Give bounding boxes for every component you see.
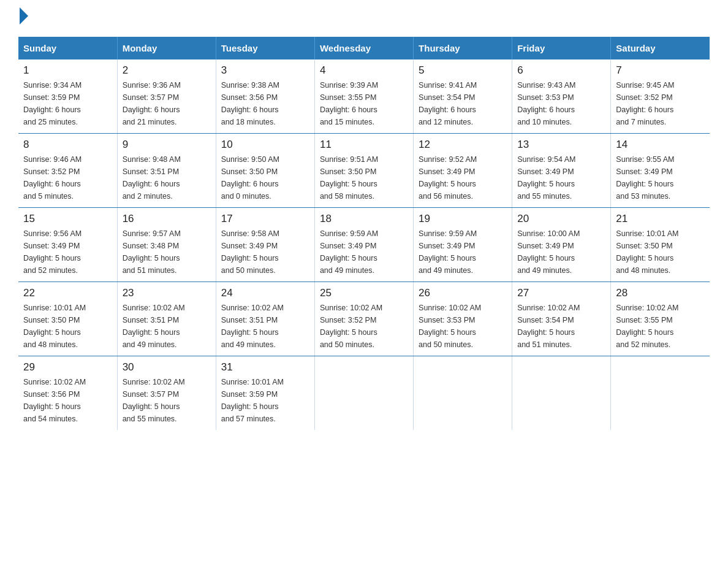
logo-triangle-icon	[20, 7, 28, 25]
day-info: Sunrise: 9:58 AMSunset: 3:49 PMDaylight:…	[221, 229, 279, 275]
day-cell	[314, 356, 413, 431]
day-info: Sunrise: 9:56 AMSunset: 3:49 PMDaylight:…	[23, 229, 82, 275]
header-row: SundayMondayTuesdayWednesdayThursdayFrid…	[18, 37, 710, 59]
day-number: 8	[23, 139, 112, 151]
day-number: 5	[419, 64, 507, 77]
day-info: Sunrise: 9:46 AMSunset: 3:52 PMDaylight:…	[23, 155, 82, 201]
day-number: 17	[221, 213, 309, 225]
day-cell: 16 Sunrise: 9:57 AMSunset: 3:48 PMDaylig…	[117, 208, 216, 282]
day-number: 12	[419, 139, 507, 151]
day-number: 1	[23, 64, 112, 77]
day-cell	[512, 356, 611, 431]
day-cell: 9 Sunrise: 9:48 AMSunset: 3:51 PMDayligh…	[117, 134, 216, 208]
day-info: Sunrise: 9:52 AMSunset: 3:49 PMDaylight:…	[419, 155, 477, 201]
day-info: Sunrise: 9:36 AMSunset: 3:57 PMDaylight:…	[123, 81, 181, 126]
day-info: Sunrise: 10:00 AMSunset: 3:49 PMDaylight…	[517, 229, 580, 275]
day-number: 21	[616, 213, 705, 225]
day-cell: 27 Sunrise: 10:02 AMSunset: 3:54 PMDayli…	[512, 282, 611, 356]
day-info: Sunrise: 9:41 AMSunset: 3:54 PMDaylight:…	[419, 81, 477, 126]
day-info: Sunrise: 10:02 AMSunset: 3:55 PMDaylight…	[616, 304, 678, 349]
day-info: Sunrise: 10:02 AMSunset: 3:52 PMDaylight…	[320, 304, 382, 349]
day-number: 14	[616, 139, 705, 151]
header-cell-tuesday: Tuesday	[216, 37, 314, 59]
day-info: Sunrise: 9:39 AMSunset: 3:55 PMDaylight:…	[320, 81, 378, 126]
day-number: 29	[23, 361, 112, 373]
day-info: Sunrise: 9:55 AMSunset: 3:49 PMDaylight:…	[616, 155, 674, 201]
day-info: Sunrise: 9:45 AMSunset: 3:52 PMDaylight:…	[616, 81, 674, 126]
day-info: Sunrise: 9:51 AMSunset: 3:50 PMDaylight:…	[320, 155, 378, 201]
day-cell: 5 Sunrise: 9:41 AMSunset: 3:54 PMDayligh…	[414, 59, 512, 134]
day-info: Sunrise: 10:02 AMSunset: 3:51 PMDaylight…	[221, 304, 284, 349]
day-number: 4	[320, 64, 408, 77]
day-cell: 11 Sunrise: 9:51 AMSunset: 3:50 PMDaylig…	[314, 134, 413, 208]
day-info: Sunrise: 10:02 AMSunset: 3:57 PMDaylight…	[123, 378, 185, 423]
day-cell: 21 Sunrise: 10:01 AMSunset: 3:50 PMDayli…	[611, 208, 710, 282]
header-cell-monday: Monday	[117, 37, 216, 59]
day-number: 3	[221, 64, 309, 77]
day-cell: 3 Sunrise: 9:38 AMSunset: 3:56 PMDayligh…	[216, 59, 314, 134]
day-info: Sunrise: 9:50 AMSunset: 3:50 PMDaylight:…	[221, 155, 279, 201]
week-row-5: 29 Sunrise: 10:02 AMSunset: 3:56 PMDayli…	[18, 356, 710, 431]
day-cell: 20 Sunrise: 10:00 AMSunset: 3:49 PMDayli…	[512, 208, 611, 282]
day-number: 23	[123, 287, 211, 299]
day-info: Sunrise: 9:59 AMSunset: 3:49 PMDaylight:…	[320, 229, 378, 275]
day-info: Sunrise: 9:48 AMSunset: 3:51 PMDaylight:…	[123, 155, 181, 201]
logo	[18, 12, 28, 25]
day-cell: 14 Sunrise: 9:55 AMSunset: 3:49 PMDaylig…	[611, 134, 710, 208]
day-cell: 28 Sunrise: 10:02 AMSunset: 3:55 PMDayli…	[611, 282, 710, 356]
day-info: Sunrise: 10:01 AMSunset: 3:50 PMDaylight…	[616, 229, 678, 275]
day-cell: 1 Sunrise: 9:34 AMSunset: 3:59 PMDayligh…	[18, 59, 117, 134]
day-cell	[414, 356, 512, 431]
day-number: 13	[517, 139, 605, 151]
day-number: 30	[123, 361, 211, 373]
header-cell-thursday: Thursday	[414, 37, 512, 59]
day-number: 11	[320, 139, 408, 151]
day-info: Sunrise: 10:01 AMSunset: 3:50 PMDaylight…	[23, 304, 86, 349]
day-info: Sunrise: 10:02 AMSunset: 3:51 PMDaylight…	[123, 304, 185, 349]
day-cell: 18 Sunrise: 9:59 AMSunset: 3:49 PMDaylig…	[314, 208, 413, 282]
week-row-1: 1 Sunrise: 9:34 AMSunset: 3:59 PMDayligh…	[18, 59, 710, 134]
day-cell: 10 Sunrise: 9:50 AMSunset: 3:50 PMDaylig…	[216, 134, 314, 208]
day-cell: 13 Sunrise: 9:54 AMSunset: 3:49 PMDaylig…	[512, 134, 611, 208]
day-number: 10	[221, 139, 309, 151]
day-number: 19	[419, 213, 507, 225]
day-info: Sunrise: 10:01 AMSunset: 3:59 PMDaylight…	[221, 378, 284, 423]
day-cell: 24 Sunrise: 10:02 AMSunset: 3:51 PMDayli…	[216, 282, 314, 356]
day-number: 9	[123, 139, 211, 151]
day-cell: 6 Sunrise: 9:43 AMSunset: 3:53 PMDayligh…	[512, 59, 611, 134]
day-cell: 30 Sunrise: 10:02 AMSunset: 3:57 PMDayli…	[117, 356, 216, 431]
day-info: Sunrise: 9:38 AMSunset: 3:56 PMDaylight:…	[221, 81, 279, 126]
calendar-body: 1 Sunrise: 9:34 AMSunset: 3:59 PMDayligh…	[18, 59, 710, 430]
day-number: 7	[616, 64, 705, 77]
day-info: Sunrise: 10:02 AMSunset: 3:56 PMDaylight…	[23, 378, 86, 423]
day-cell: 12 Sunrise: 9:52 AMSunset: 3:49 PMDaylig…	[414, 134, 512, 208]
day-cell: 29 Sunrise: 10:02 AMSunset: 3:56 PMDayli…	[18, 356, 117, 431]
day-number: 6	[517, 64, 605, 77]
day-info: Sunrise: 9:57 AMSunset: 3:48 PMDaylight:…	[123, 229, 181, 275]
day-cell: 23 Sunrise: 10:02 AMSunset: 3:51 PMDayli…	[117, 282, 216, 356]
day-cell: 8 Sunrise: 9:46 AMSunset: 3:52 PMDayligh…	[18, 134, 117, 208]
header-cell-saturday: Saturday	[611, 37, 710, 59]
header-cell-sunday: Sunday	[18, 37, 117, 59]
day-cell: 4 Sunrise: 9:39 AMSunset: 3:55 PMDayligh…	[314, 59, 413, 134]
calendar-table: SundayMondayTuesdayWednesdayThursdayFrid…	[18, 37, 710, 430]
day-info: Sunrise: 9:54 AMSunset: 3:49 PMDaylight:…	[517, 155, 575, 201]
day-cell: 26 Sunrise: 10:02 AMSunset: 3:53 PMDayli…	[414, 282, 512, 356]
day-number: 16	[123, 213, 211, 225]
calendar-header: SundayMondayTuesdayWednesdayThursdayFrid…	[18, 37, 710, 59]
day-cell: 19 Sunrise: 9:59 AMSunset: 3:49 PMDaylig…	[414, 208, 512, 282]
day-info: Sunrise: 10:02 AMSunset: 3:53 PMDaylight…	[419, 304, 481, 349]
day-number: 27	[517, 287, 605, 299]
day-number: 22	[23, 287, 112, 299]
header-cell-wednesday: Wednesday	[314, 37, 413, 59]
day-number: 28	[616, 287, 705, 299]
day-number: 25	[320, 287, 408, 299]
day-info: Sunrise: 9:43 AMSunset: 3:53 PMDaylight:…	[517, 81, 575, 126]
day-cell: 25 Sunrise: 10:02 AMSunset: 3:52 PMDayli…	[314, 282, 413, 356]
day-number: 31	[221, 361, 309, 373]
day-cell: 2 Sunrise: 9:36 AMSunset: 3:57 PMDayligh…	[117, 59, 216, 134]
week-row-2: 8 Sunrise: 9:46 AMSunset: 3:52 PMDayligh…	[18, 134, 710, 208]
day-cell: 31 Sunrise: 10:01 AMSunset: 3:59 PMDayli…	[216, 356, 314, 431]
day-cell: 17 Sunrise: 9:58 AMSunset: 3:49 PMDaylig…	[216, 208, 314, 282]
day-cell	[611, 356, 710, 431]
